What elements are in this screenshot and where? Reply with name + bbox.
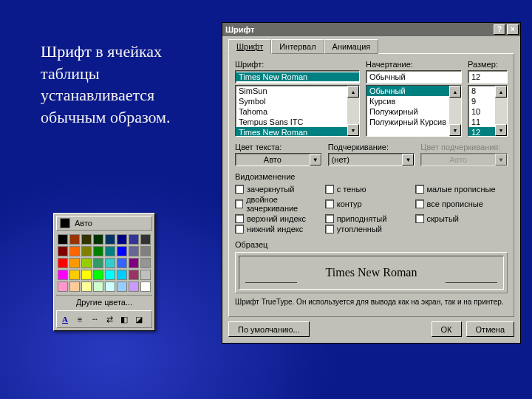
- palette-more-button[interactable]: Другие цвета...: [56, 295, 152, 309]
- chevron-down-icon[interactable]: ▼: [402, 154, 414, 166]
- color-swatch[interactable]: [140, 258, 151, 268]
- color-swatch[interactable]: [105, 258, 115, 268]
- scroll-down-icon[interactable]: ▼: [449, 124, 461, 136]
- color-swatch[interactable]: [129, 258, 139, 268]
- checkbox[interactable]: [325, 200, 334, 208]
- effects-group: зачеркнутый с тенью малые прописные двой…: [235, 184, 508, 234]
- color-swatch[interactable]: [81, 270, 92, 280]
- text-color-combo[interactable]: Авто ▼: [235, 153, 322, 166]
- color-swatch[interactable]: [93, 282, 103, 292]
- size-label: Размер:: [468, 60, 508, 69]
- line-style-tool[interactable]: ≡: [73, 313, 86, 326]
- checkbox[interactable]: [415, 185, 424, 194]
- checkbox[interactable]: [415, 200, 424, 208]
- scroll-down-icon[interactable]: ▼: [347, 124, 359, 136]
- color-swatch[interactable]: [117, 282, 127, 292]
- sample-text: Times New Roman: [326, 266, 417, 279]
- color-swatch[interactable]: [129, 234, 139, 245]
- color-swatch[interactable]: [58, 258, 68, 268]
- palette-swatches: [56, 233, 152, 293]
- size-listbox[interactable]: 8 9 10 11 12 ▲ ▼: [468, 85, 508, 137]
- color-swatch[interactable]: [69, 246, 80, 256]
- style-scrollbar[interactable]: ▲ ▼: [449, 86, 461, 136]
- color-swatch[interactable]: [129, 270, 139, 280]
- color-swatch[interactable]: [93, 270, 103, 280]
- color-palette-popup: Авто Другие цвета... A ≡ ┄ ⇄ ◧ ◪: [53, 213, 155, 331]
- color-swatch[interactable]: [81, 258, 92, 268]
- cancel-button[interactable]: Отмена: [466, 321, 514, 337]
- color-swatch[interactable]: [129, 282, 139, 292]
- font-info-note: Шрифт TrueType. Он используется для выво…: [235, 298, 508, 306]
- tab-spacing[interactable]: Интервал: [271, 39, 324, 54]
- font-scrollbar[interactable]: ▲ ▼: [347, 86, 359, 136]
- help-button[interactable]: ?: [494, 24, 505, 35]
- color-swatch[interactable]: [117, 270, 127, 280]
- color-swatch[interactable]: [140, 270, 151, 280]
- style-input[interactable]: Обычный: [366, 70, 462, 83]
- scroll-up-icon[interactable]: ▲: [495, 86, 507, 98]
- color-swatch[interactable]: [58, 282, 68, 292]
- font-input[interactable]: Times New Roman: [235, 70, 360, 83]
- color-swatch[interactable]: [58, 270, 68, 280]
- scroll-up-icon[interactable]: ▲: [449, 86, 461, 98]
- checkbox[interactable]: [235, 214, 244, 223]
- color-swatch[interactable]: [69, 258, 80, 268]
- checkbox[interactable]: [415, 214, 424, 223]
- color-swatch[interactable]: [69, 282, 80, 292]
- font-color-tool[interactable]: A: [58, 313, 72, 326]
- ok-button[interactable]: ОК: [432, 321, 462, 337]
- style-listbox[interactable]: Обычный Курсив Полужирный Полужирный Кур…: [366, 85, 462, 137]
- slide-caption: Шрифт в ячейках таблицы устанавливается …: [41, 41, 211, 129]
- underline-combo[interactable]: (нет) ▼: [328, 153, 415, 166]
- chevron-down-icon[interactable]: ▼: [310, 154, 321, 166]
- checkbox[interactable]: [325, 185, 334, 194]
- sample-title: Образец: [235, 240, 508, 249]
- 3d-tool[interactable]: ◪: [132, 313, 146, 326]
- color-swatch[interactable]: [117, 258, 127, 268]
- dialog-titlebar[interactable]: Шрифт ? ×: [222, 23, 520, 36]
- color-swatch[interactable]: [117, 234, 127, 245]
- color-swatch[interactable]: [117, 246, 127, 256]
- color-swatch[interactable]: [129, 246, 139, 256]
- dash-style-tool[interactable]: ┄: [88, 313, 101, 326]
- scroll-up-icon[interactable]: ▲: [347, 86, 359, 98]
- color-swatch[interactable]: [81, 246, 92, 256]
- color-swatch[interactable]: [81, 282, 92, 292]
- color-swatch[interactable]: [58, 234, 68, 245]
- size-input[interactable]: 12: [468, 70, 508, 83]
- color-swatch[interactable]: [93, 258, 103, 268]
- slide-caption-lead: Шрифт: [41, 42, 92, 61]
- color-swatch[interactable]: [93, 234, 103, 245]
- font-listbox[interactable]: SimSun Symbol Tahoma Tempus Sans ITC Tim…: [235, 85, 360, 137]
- color-swatch[interactable]: [105, 246, 115, 256]
- tab-font[interactable]: Шрифт: [228, 39, 271, 54]
- checkbox[interactable]: [235, 185, 244, 194]
- checkbox[interactable]: [235, 200, 243, 208]
- close-button[interactable]: ×: [507, 24, 519, 35]
- color-swatch[interactable]: [58, 246, 68, 256]
- color-swatch[interactable]: [140, 234, 151, 245]
- color-swatch[interactable]: [105, 282, 115, 292]
- color-swatch[interactable]: [140, 282, 151, 292]
- color-swatch[interactable]: [81, 234, 92, 245]
- font-dialog: Шрифт ? × Шрифт Интервал Анимация Шрифт:…: [222, 22, 521, 344]
- color-swatch[interactable]: [140, 246, 151, 256]
- chevron-down-icon: ▼: [495, 154, 507, 166]
- checkbox[interactable]: [325, 214, 334, 223]
- style-list-items: Обычный Курсив Полужирный Полужирный Кур…: [366, 86, 449, 136]
- palette-auto-button[interactable]: Авто: [56, 216, 152, 231]
- color-swatch[interactable]: [105, 270, 115, 280]
- checkbox[interactable]: [325, 225, 334, 233]
- shadow-tool[interactable]: ◧: [117, 313, 131, 326]
- color-swatch[interactable]: [105, 234, 115, 245]
- default-button[interactable]: По умолчанию...: [228, 321, 310, 337]
- size-scrollbar[interactable]: ▲ ▼: [495, 86, 507, 136]
- color-swatch[interactable]: [69, 270, 80, 280]
- underline-color-combo: Авто ▼: [420, 153, 508, 166]
- checkbox[interactable]: [235, 225, 244, 233]
- arrow-style-tool[interactable]: ⇄: [103, 313, 116, 326]
- color-swatch[interactable]: [93, 246, 103, 256]
- tab-animation[interactable]: Анимация: [324, 39, 379, 54]
- color-swatch[interactable]: [69, 234, 80, 245]
- scroll-down-icon[interactable]: ▼: [495, 124, 507, 136]
